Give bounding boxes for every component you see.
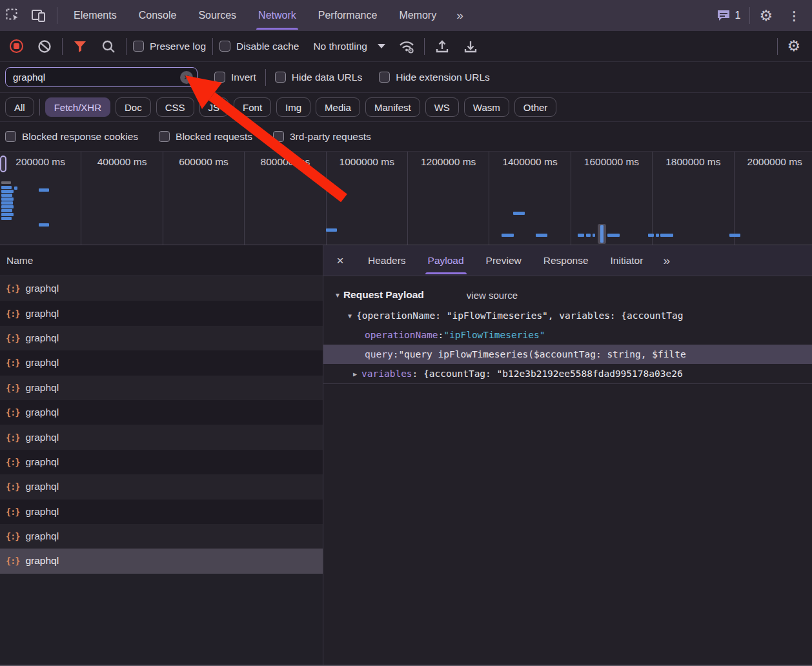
filter-chip-js[interactable]: JS	[199, 97, 229, 117]
filter-chip-all[interactable]: All	[5, 97, 34, 117]
request-name: graphql	[25, 332, 59, 344]
tab-memory[interactable]: Memory	[388, 0, 447, 31]
request-row[interactable]: {:}graphql	[0, 301, 323, 325]
more-detail-tabs-icon[interactable]: »	[654, 245, 678, 276]
filter-chip-manifest[interactable]: Manifest	[365, 97, 420, 117]
payload-token: "query ipFlowTimeseries($accountTag: str…	[398, 349, 685, 359]
request-table: Name {:}graphql{:}graphql{:}graphql{:}gr…	[0, 245, 323, 665]
waterfall-bar	[648, 234, 654, 237]
network-filter-row: × Invert Hide data URLs Hide extension U…	[0, 62, 812, 93]
checkbox[interactable]	[133, 41, 144, 52]
checkbox[interactable]	[5, 131, 16, 142]
filter-icon[interactable]	[69, 35, 91, 57]
collapsed-triangle-icon[interactable]: ▶	[353, 370, 357, 378]
filter-chip-css[interactable]: CSS	[156, 97, 194, 117]
request-name: graphql	[25, 407, 59, 418]
request-name: graphql	[25, 506, 59, 518]
export-har-icon[interactable]	[460, 35, 482, 57]
request-row[interactable]: {:}graphql	[0, 326, 323, 350]
network-overview-timeline[interactable]: 200000 ms400000 ms600000 ms800000 ms1000…	[0, 152, 812, 245]
disable-cache-checkbox[interactable]: Disable cache	[219, 41, 299, 52]
filter-chip-img[interactable]: Img	[276, 97, 310, 117]
settings-gear-icon[interactable]: ⚙	[754, 8, 778, 23]
waterfall-bar	[578, 234, 584, 237]
waterfall-bar	[593, 234, 595, 237]
payload-token: query	[365, 349, 393, 359]
checkbox[interactable]	[214, 72, 225, 83]
request-row[interactable]: {:}graphql	[0, 524, 323, 549]
checkbox[interactable]	[273, 131, 284, 142]
preserve-log-checkbox[interactable]: Preserve log	[133, 41, 206, 52]
detail-tab-headers[interactable]: Headers	[357, 245, 417, 276]
payload-tree-row[interactable]: ▼{operationName: "ipFlowTimeseries", var…	[323, 306, 812, 325]
tab-performance[interactable]: Performance	[307, 0, 389, 31]
request-row[interactable]: {:}graphql	[0, 350, 323, 375]
request-row[interactable]: {:}graphql	[0, 474, 323, 499]
hide-data-urls-checkbox[interactable]: Hide data URLs	[275, 72, 362, 83]
filter-chip-media[interactable]: Media	[316, 97, 360, 117]
checkbox[interactable]	[219, 41, 230, 52]
request-row[interactable]: {:}graphql	[0, 425, 323, 449]
blocked-requests-checkbox[interactable]: Blocked requests	[159, 131, 252, 143]
request-row[interactable]: {:}graphql	[0, 500, 323, 524]
filter-chip-fetchxhr[interactable]: Fetch/XHR	[45, 97, 110, 117]
payload-tree-row[interactable]: operationName: "ipFlowTimeseries"	[323, 325, 812, 345]
filter-chip-doc[interactable]: Doc	[116, 97, 151, 117]
timeline-tick: 1200000 ms	[408, 152, 489, 245]
device-toolbar-icon[interactable]	[26, 0, 52, 31]
filter-chip-ws[interactable]: WS	[425, 97, 459, 117]
-rd-party-requests-checkbox[interactable]: 3rd-party requests	[273, 131, 371, 143]
request-row[interactable]: {:}graphql	[0, 376, 323, 400]
request-row[interactable]: {:}graphql	[0, 276, 323, 301]
more-tabs-icon[interactable]: »	[447, 0, 471, 31]
detail-tab-response[interactable]: Response	[533, 245, 600, 276]
payload-token: :	[438, 330, 444, 340]
search-icon[interactable]	[97, 35, 119, 57]
network-conditions-icon[interactable]	[396, 35, 418, 57]
request-row[interactable]: {:}graphql	[0, 549, 323, 573]
request-name: graphql	[25, 456, 59, 468]
filter-chip-wasm[interactable]: Wasm	[464, 97, 509, 117]
checkbox[interactable]	[159, 131, 170, 142]
detail-tab-preview[interactable]: Preview	[475, 245, 533, 276]
name-column-header[interactable]: Name	[0, 245, 323, 276]
import-har-icon[interactable]	[431, 35, 453, 57]
clear-network-log-icon[interactable]	[34, 35, 56, 57]
json-braces-icon: {:}	[6, 333, 19, 343]
tab-network[interactable]: Network	[247, 0, 307, 31]
detail-tab-initiator[interactable]: Initiator	[600, 245, 655, 276]
filter-input[interactable]	[5, 67, 198, 87]
inspect-element-icon[interactable]	[0, 0, 26, 31]
hide-extension-urls-checkbox[interactable]: Hide extension URLs	[379, 72, 490, 83]
network-settings-gear-icon[interactable]: ⚙	[787, 39, 800, 54]
detail-tab-payload[interactable]: Payload	[417, 245, 475, 276]
tab-elements[interactable]: Elements	[63, 0, 128, 31]
json-braces-icon: {:}	[6, 531, 19, 541]
kebab-menu-icon[interactable]: ⋮	[782, 8, 807, 23]
blocked-response-cookies-checkbox[interactable]: Blocked response cookies	[5, 131, 138, 143]
filter-chip-other[interactable]: Other	[514, 97, 557, 117]
filter-chip-font[interactable]: Font	[234, 97, 271, 117]
issues-icon[interactable]	[716, 9, 731, 22]
tab-sources[interactable]: Sources	[187, 0, 247, 31]
clear-filter-icon[interactable]: ×	[180, 71, 193, 84]
hide-data-urls-label: Hide data URLs	[292, 72, 362, 83]
checkbox[interactable]	[275, 72, 286, 83]
payload-tree-row[interactable]: ▶variables: {accountTag: "b12e3b2192ee55…	[323, 364, 812, 383]
view-source-link[interactable]: view source	[467, 290, 518, 301]
timeline-scroll-handle[interactable]	[0, 156, 6, 172]
detail-tab-label: Preview	[486, 255, 522, 267]
request-row[interactable]: {:}graphql	[0, 450, 323, 474]
tab-console[interactable]: Console	[128, 0, 188, 31]
waterfall-bar	[39, 223, 49, 227]
throttling-dropdown[interactable]: No throttling	[313, 41, 385, 52]
payload-token: operationName	[365, 330, 438, 340]
close-detail-icon[interactable]: ×	[323, 245, 357, 276]
checkbox[interactable]	[379, 72, 390, 83]
collapse-triangle-icon[interactable]: ▼	[334, 292, 341, 299]
payload-tree-row[interactable]: query: "query ipFlowTimeseries($accountT…	[323, 345, 812, 364]
invert-checkbox[interactable]: Invert	[214, 72, 256, 83]
request-row[interactable]: {:}graphql	[0, 400, 323, 425]
expanded-triangle-icon[interactable]: ▼	[348, 312, 352, 319]
record-network-log-button[interactable]	[5, 35, 27, 57]
